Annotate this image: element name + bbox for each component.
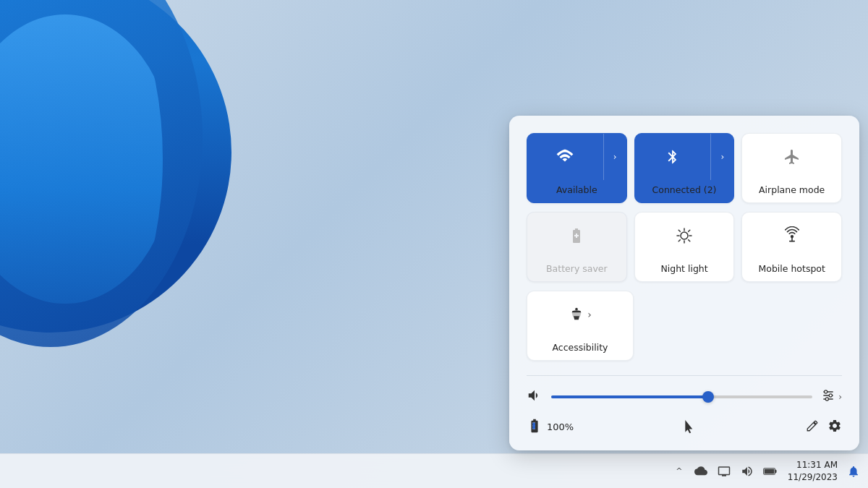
svg-line-8 [678, 240, 680, 241]
taskbar-expand-button[interactable]: ^ [671, 463, 688, 480]
svg-line-6 [689, 240, 690, 241]
quick-settings-row-2: Battery saver Night light [527, 212, 842, 282]
taskbar-notifications-button[interactable] [845, 463, 862, 480]
panel-actions [806, 419, 842, 436]
panel-bottom-bar: 100% [527, 418, 842, 436]
taskbar-volume-icon[interactable] [737, 461, 757, 481]
airplane-icon [783, 148, 801, 166]
svg-point-12 [575, 308, 578, 311]
volume-settings-icon[interactable] [821, 388, 835, 406]
settings-button[interactable] [827, 419, 842, 436]
svg-line-7 [689, 230, 690, 231]
mobile-hotspot-tile[interactable]: Mobile hotspot [741, 212, 842, 282]
taskbar-display-icon[interactable] [714, 461, 734, 481]
volume-slider[interactable] [551, 390, 812, 404]
bell-icon [847, 465, 860, 478]
bluetooth-expand-button[interactable]: › [710, 134, 733, 180]
airplane-tile-button[interactable] [742, 134, 841, 180]
svg-point-17 [829, 394, 832, 397]
bluetooth-tile-button[interactable] [635, 134, 711, 180]
svg-point-0 [681, 232, 688, 239]
svg-line-5 [678, 230, 680, 231]
pencil-icon [806, 419, 819, 432]
cloud-icon [694, 466, 707, 476]
volume-chevron[interactable]: › [838, 392, 842, 402]
accessibility-icon [569, 307, 584, 322]
taskbar: ^ 11:31 AM 11/29/2023 [0, 453, 868, 488]
battery-saver-button[interactable] [527, 213, 626, 259]
battery-icon [527, 418, 542, 436]
taskbar-battery-full-icon [763, 466, 778, 476]
slider-fill [551, 395, 708, 398]
mixer-icon [821, 388, 835, 403]
quick-settings-panel: › Available › Connected (2) [509, 116, 859, 450]
bluetooth-tile[interactable]: › Connected (2) [634, 133, 735, 203]
night-light-tile[interactable]: Night light [634, 212, 735, 282]
accessibility-chevron: › [587, 309, 592, 320]
desktop-swirl [0, 0, 376, 463]
slider-thumb[interactable] [702, 391, 714, 403]
wifi-tile[interactable]: › Available [527, 133, 627, 203]
taskbar-system-tray: ^ 11:31 AM 11/29/2023 [671, 459, 862, 484]
svg-point-18 [825, 398, 828, 401]
wifi-icon [556, 147, 574, 166]
accessibility-tile[interactable]: › Accessibility [527, 291, 634, 361]
battery-full-icon [527, 418, 542, 434]
wifi-expand-button[interactable]: › [603, 134, 626, 180]
taskbar-cloud-icon[interactable] [691, 461, 711, 481]
wifi-tile-label: Available [550, 180, 603, 202]
taskbar-time: 11:31 AM [796, 459, 838, 471]
cursor-icon [683, 420, 697, 435]
monitor-icon [718, 465, 731, 478]
quick-settings-row-3: › Accessibility [527, 291, 842, 361]
bluetooth-icon [665, 149, 681, 165]
svg-rect-19 [532, 422, 535, 429]
edit-button[interactable] [806, 419, 819, 435]
accessibility-label: Accessibility [547, 338, 614, 360]
volume-row: › [527, 388, 842, 406]
svg-rect-21 [775, 469, 776, 472]
taskbar-speaker-icon [741, 465, 754, 478]
volume-right-controls: › [821, 388, 842, 406]
night-light-button[interactable] [635, 213, 734, 259]
speaker-icon [527, 388, 542, 403]
taskbar-clock[interactable]: 11:31 AM 11/29/2023 [788, 459, 838, 484]
airplane-tile[interactable]: Airplane mode [741, 133, 842, 203]
battery-saver-tile[interactable]: Battery saver [527, 212, 627, 282]
mobile-hotspot-label: Mobile hotspot [752, 259, 830, 281]
battery-saver-icon [568, 227, 585, 244]
battery-saver-label: Battery saver [540, 259, 613, 281]
accessibility-button[interactable]: › [527, 291, 633, 338]
airplane-tile-label: Airplane mode [753, 180, 830, 202]
slider-track [551, 395, 812, 398]
wifi-tile-button[interactable] [527, 134, 603, 180]
battery-percent: 100% [547, 421, 574, 432]
quick-settings-row-1: › Available › Connected (2) [527, 133, 842, 203]
svg-point-16 [825, 390, 827, 393]
taskbar-date: 11/29/2023 [788, 471, 838, 484]
taskbar-battery-icon[interactable] [760, 461, 780, 481]
battery-status: 100% [527, 418, 574, 436]
gear-icon [827, 419, 842, 433]
night-light-icon [676, 227, 693, 244]
night-light-label: Night light [655, 259, 713, 281]
bluetooth-tile-label: Connected (2) [647, 180, 723, 202]
mobile-hotspot-button[interactable] [742, 213, 841, 259]
panel-divider [527, 375, 842, 376]
mobile-hotspot-icon [783, 226, 801, 245]
svg-rect-22 [765, 468, 775, 473]
volume-icon [527, 388, 542, 406]
cursor-indicator [683, 420, 697, 435]
